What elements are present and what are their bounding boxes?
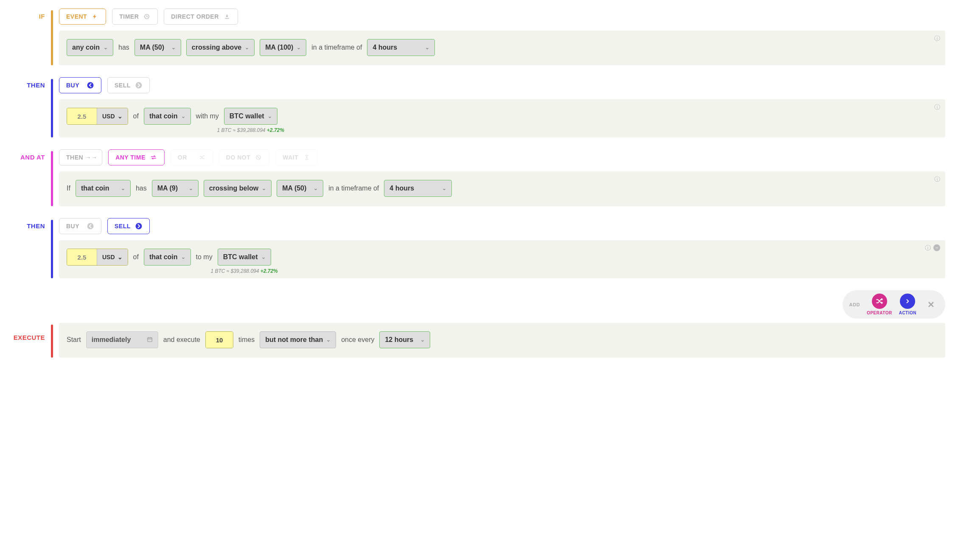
arrows-icon: →→ <box>87 154 95 161</box>
add-operator-button[interactable] <box>872 294 887 309</box>
chevron-down-icon: ⌄ <box>181 113 185 119</box>
svg-point-5 <box>136 223 142 230</box>
svg-point-1 <box>87 82 94 89</box>
select-condition[interactable]: crossing below⌄ <box>204 180 272 197</box>
select-value: immediately <box>92 336 131 344</box>
chevron-down-icon: ⌄ <box>245 45 249 50</box>
info-icon[interactable]: ⓘ <box>934 104 940 111</box>
text-and-execute: and execute <box>163 336 200 344</box>
chevron-down-icon: ⌄ <box>268 113 272 119</box>
pill-label: DO NOT <box>226 154 250 161</box>
info-icon[interactable]: ⓘ <box>934 35 940 42</box>
close-add-button[interactable]: ✕ <box>923 297 938 312</box>
pill-event[interactable]: EVENT <box>59 8 106 25</box>
pill-timer[interactable]: TIMER <box>112 8 158 25</box>
select-timeframe[interactable]: 4 hours⌄ <box>367 39 435 56</box>
pill-label: OR <box>178 154 187 161</box>
select-wallet[interactable]: BTC wallet⌄ <box>224 108 277 125</box>
chevron-down-icon: ⌄ <box>425 45 429 50</box>
then-panel: ⓘ − ⓘ USD⌄ of that coin⌄ to my BTC walle… <box>59 240 945 278</box>
chevron-down-icon: ⌄ <box>297 45 301 50</box>
swap-icon <box>150 154 157 161</box>
add-label: ADD <box>849 302 860 307</box>
text-timeframe: in a timeframe of <box>328 185 379 192</box>
rate-pct: +2.72% <box>261 268 278 274</box>
add-bar: ADD OPERATOR ACTION ✕ <box>13 290 945 319</box>
pill-buy[interactable]: BUY <box>59 218 101 234</box>
pill-then[interactable]: THEN →→ <box>59 149 102 165</box>
pill-label: TIMER <box>119 13 139 20</box>
select-value: 4 hours <box>389 185 414 192</box>
select-value: MA (100) <box>265 44 293 51</box>
pill-sell[interactable]: SELL <box>107 77 150 93</box>
info-icon[interactable]: ⓘ <box>934 176 940 183</box>
select-value: 4 hours <box>373 44 397 51</box>
svg-point-6 <box>905 298 911 305</box>
chevron-down-icon: ⌄ <box>171 45 176 50</box>
amount-input[interactable] <box>67 108 97 124</box>
text-has: has <box>136 185 147 192</box>
select-coin[interactable]: that coin⌄ <box>144 108 191 125</box>
select-indicator-2[interactable]: MA (50)⌄ <box>277 180 323 197</box>
arrow-right-circle-icon <box>135 222 143 230</box>
count-input[interactable] <box>206 332 233 348</box>
pill-buy[interactable]: BUY <box>59 77 101 93</box>
select-wallet[interactable]: BTC wallet⌄ <box>218 249 271 266</box>
select-indicator-2[interactable]: MA (100)⌄ <box>260 39 306 56</box>
execute-panel: Start immediately and execute times but … <box>59 323 945 358</box>
pill-label: SELL <box>115 223 131 230</box>
select-value: MA (9) <box>157 185 178 192</box>
select-timeframe[interactable]: 4 hours⌄ <box>384 180 452 197</box>
pill-donot[interactable]: DO NOT <box>219 149 269 165</box>
currency-select[interactable]: USD⌄ <box>97 108 128 124</box>
ban-icon <box>255 154 262 161</box>
select-value: BTC wallet <box>230 112 264 120</box>
text-start: Start <box>67 336 81 344</box>
select-value: that coin <box>149 253 178 261</box>
accent-bar <box>51 79 53 137</box>
select-coin[interactable]: any coin⌄ <box>67 39 113 56</box>
select-value: any coin <box>72 44 100 51</box>
select-condition[interactable]: crossing above⌄ <box>186 39 255 56</box>
chevron-down-icon: ⌄ <box>118 254 123 260</box>
select-coin[interactable]: that coin⌄ <box>76 180 131 197</box>
amount-input[interactable] <box>67 249 97 265</box>
rate-pct: +2.72% <box>267 127 284 133</box>
pill-anytime[interactable]: ANY TIME <box>108 149 165 165</box>
svg-point-2 <box>136 82 142 89</box>
start-date-select[interactable]: immediately <box>86 331 158 348</box>
section-label-if: IF <box>13 8 51 65</box>
wallet-rate-note: 1 BTC ≈ $39,288.094 +2.72% <box>217 127 284 133</box>
info-icon-2[interactable]: ⓘ <box>925 244 931 252</box>
pill-label: THEN <box>66 154 83 161</box>
select-coin[interactable]: that coin⌄ <box>144 249 191 266</box>
select-indicator-1[interactable]: MA (50)⌄ <box>134 39 181 56</box>
limit-select[interactable]: but not more than⌄ <box>260 331 336 348</box>
currency-select[interactable]: USD⌄ <box>97 249 128 265</box>
arrow-right-circle-icon <box>135 81 143 89</box>
add-action-button[interactable] <box>900 294 915 309</box>
calendar-icon <box>147 336 153 344</box>
select-value: crossing below <box>209 185 258 192</box>
pill-sell[interactable]: SELL <box>107 218 150 234</box>
pill-label: BUY <box>66 223 79 230</box>
bolt-icon <box>91 13 99 20</box>
select-value: that coin <box>149 112 178 120</box>
remove-icon[interactable]: − <box>933 244 940 251</box>
amount-input-group: USD⌄ <box>67 249 128 266</box>
select-indicator-1[interactable]: MA (9)⌄ <box>152 180 199 197</box>
then-panel: ⓘ USD⌄ of that coin⌄ with my BTC wallet⌄… <box>59 99 945 137</box>
select-value: BTC wallet <box>223 253 258 261</box>
arrow-left-circle-icon <box>87 222 94 230</box>
shuffle-icon <box>198 154 206 161</box>
chevron-down-icon: ⌄ <box>442 185 446 191</box>
select-value: MA (50) <box>282 185 306 192</box>
pill-label: EVENT <box>66 13 87 20</box>
accent-bar <box>51 151 53 206</box>
interval-select[interactable]: 12 hours⌄ <box>379 331 430 348</box>
pill-wait[interactable]: WAIT <box>275 149 318 165</box>
pill-direct-order[interactable]: DIRECT ORDER <box>164 8 238 25</box>
pill-or[interactable]: OR <box>171 149 213 165</box>
select-value: MA (50) <box>140 44 164 51</box>
text-has: has <box>118 44 129 51</box>
